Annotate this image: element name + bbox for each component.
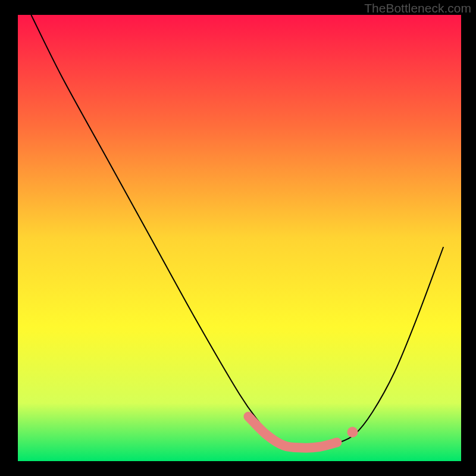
bottleneck-chart [0,0,476,476]
watermark-text: TheBottleneck.com [364,1,471,15]
accent-dot [347,427,358,437]
chart-frame: TheBottleneck.com [0,0,476,476]
